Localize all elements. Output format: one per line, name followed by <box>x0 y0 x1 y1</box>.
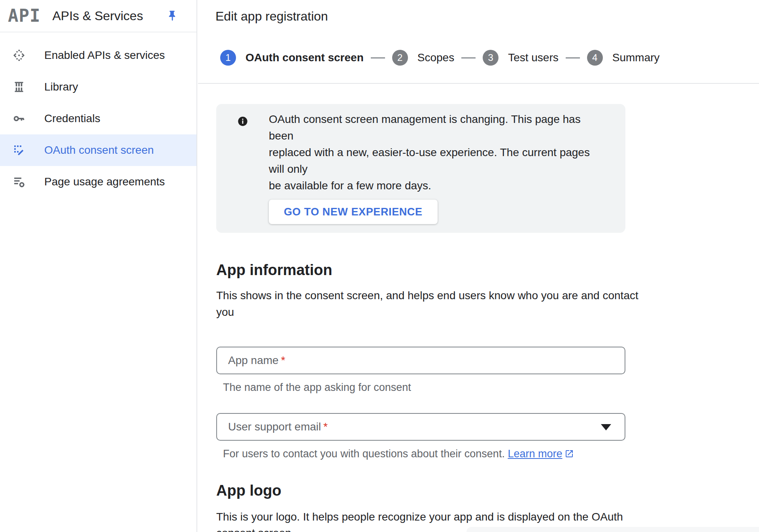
main-panel: Edit app registration 1 OAuth consent sc… <box>198 0 759 532</box>
oauth-consent-icon <box>12 143 26 157</box>
sidebar-item-library[interactable]: Library <box>0 71 196 103</box>
step-number: 1 <box>220 50 236 66</box>
step-connector <box>371 57 385 58</box>
stepper: 1 OAuth consent screen 2 Scopes 3 Test u… <box>198 32 759 84</box>
sidebar-item-label: OAuth consent screen <box>44 144 154 157</box>
step-label: Test users <box>508 51 559 64</box>
sidebar-item-enabled-apis[interactable]: Enabled APIs & services <box>0 40 196 71</box>
info-icon <box>237 116 248 194</box>
api-logo: API <box>8 7 40 25</box>
app-window: API APIs & Services En <box>0 0 759 532</box>
step-label: Scopes <box>417 51 454 64</box>
step-label: Summary <box>612 51 660 64</box>
page-title: Edit app registration <box>215 9 328 24</box>
enabled-apis-icon <box>12 48 26 62</box>
step-number: 2 <box>392 50 408 66</box>
main-header: Edit app registration <box>198 0 759 32</box>
page-usage-icon <box>12 175 26 189</box>
sidebar-item-label: Enabled APIs & services <box>44 49 165 62</box>
user-support-email-helper: For users to contact you with questions … <box>216 447 759 462</box>
app-name-field[interactable]: App name* <box>216 347 625 374</box>
step-connector <box>461 57 476 58</box>
sidebar-item-page-usage-agreements[interactable]: Page usage agreements <box>0 166 196 198</box>
sidebar-item-label: Credentials <box>44 112 100 125</box>
step-number: 4 <box>587 50 603 66</box>
step-scopes[interactable]: 2 Scopes <box>392 50 454 66</box>
sidebar-item-oauth-consent-screen[interactable]: OAuth consent screen <box>0 134 196 166</box>
sidebar-nav: Enabled APIs & services Library Crede <box>0 32 196 198</box>
sidebar-item-credentials[interactable]: Credentials <box>0 103 196 134</box>
app-name-input[interactable] <box>217 347 625 374</box>
bottom-partial-card <box>466 527 759 532</box>
app-information-heading: App information <box>216 262 759 279</box>
sidebar-item-label: Library <box>44 81 78 93</box>
product-title: APIs & Services <box>52 9 143 23</box>
step-number: 3 <box>483 50 498 66</box>
user-support-email-select[interactable]: User support email* <box>216 413 625 441</box>
app-logo-heading: App logo <box>216 482 759 499</box>
info-banner: OAuth consent screen management is chang… <box>216 104 625 233</box>
go-to-new-experience-button[interactable]: GO TO NEW EXPERIENCE <box>269 200 438 224</box>
form-content: App information This shows in the consen… <box>198 262 759 532</box>
step-test-users[interactable]: 3 Test users <box>483 50 559 66</box>
key-icon <box>12 111 26 126</box>
library-icon <box>12 80 26 94</box>
sidebar-header: API APIs & Services <box>0 0 196 32</box>
step-connector <box>566 57 580 58</box>
sidebar: API APIs & Services En <box>0 0 197 532</box>
step-label: OAuth consent screen <box>245 51 364 64</box>
banner-message: OAuth consent screen management is chang… <box>269 111 597 194</box>
app-name-helper: The name of the app asking for consent <box>216 381 759 394</box>
required-asterisk: * <box>323 421 328 433</box>
external-link-icon <box>565 448 574 462</box>
user-support-email-label: User support email* <box>228 421 328 433</box>
step-summary[interactable]: 4 Summary <box>587 50 660 66</box>
learn-more-link[interactable]: Learn more <box>508 448 562 460</box>
step-oauth-consent-screen[interactable]: 1 OAuth consent screen <box>220 50 364 66</box>
dropdown-caret-icon <box>601 424 611 430</box>
pin-icon[interactable] <box>166 9 179 23</box>
app-information-description: This shows in the consent screen, and he… <box>216 287 759 321</box>
sidebar-item-label: Page usage agreements <box>44 175 165 188</box>
